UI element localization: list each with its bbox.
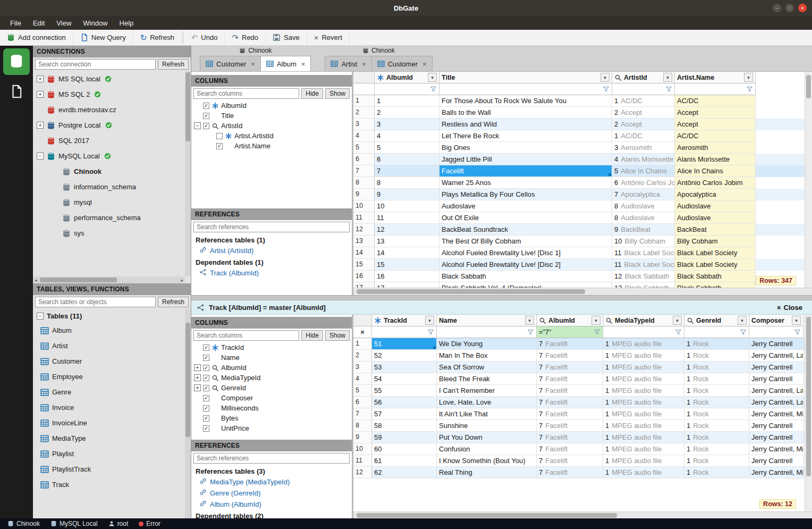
cell-artistid[interactable]: 5Alice In Chains <box>612 165 675 177</box>
close-reference-button[interactable]: × Close <box>777 304 807 312</box>
tables-group-row[interactable]: − Tables (11) <box>33 309 191 323</box>
tables-search-input[interactable] <box>35 297 156 307</box>
cell-trackid[interactable]: 58 <box>372 420 437 432</box>
column-item[interactable]: Title <box>191 111 352 121</box>
column-header-name[interactable]: Name ▾ <box>437 315 537 326</box>
column-item[interactable]: + GenreId <box>191 383 352 393</box>
tab-album[interactable]: Album × <box>261 56 311 71</box>
table-row[interactable]: 7 7 Facelift 5Alice In Chains Alice In C… <box>353 165 812 177</box>
tree-expander[interactable]: − <box>194 122 201 129</box>
table-item[interactable]: Employee <box>33 369 191 384</box>
cell-albumid[interactable]: 4 <box>375 130 439 142</box>
chevron-down-icon[interactable]: ▾ <box>600 73 610 82</box>
cell-mediatypeid[interactable]: 1MPEG audio file <box>603 420 684 432</box>
redo-button[interactable]: ↷ Redo <box>225 30 266 45</box>
cell-name[interactable]: Confusion <box>437 443 537 455</box>
cell-artistname[interactable]: Black Label Society <box>675 247 756 259</box>
files-widget-button[interactable] <box>10 85 23 100</box>
row-number[interactable]: 14 <box>353 247 375 259</box>
cell-title[interactable]: Audioslave <box>439 200 612 212</box>
filter-icon[interactable] <box>665 86 672 93</box>
cell-mediatypeid[interactable]: 1MPEG audio file <box>603 362 684 373</box>
cell-mediatypeid[interactable]: 1MPEG audio file <box>603 373 684 385</box>
table-item[interactable]: Album <box>33 323 191 338</box>
cell-artistid[interactable]: 9BackBeat <box>612 224 675 236</box>
columns-search-input[interactable] <box>193 330 299 341</box>
cell-albumid[interactable]: 5 <box>375 142 439 154</box>
cell-trackid[interactable]: 56 <box>372 397 437 408</box>
row-number[interactable]: 10 <box>353 443 372 455</box>
column-checkbox[interactable] <box>203 113 209 119</box>
cell-artistid[interactable]: 6Antônio Carlos Jobim <box>612 177 675 189</box>
row-number[interactable]: 15 <box>353 259 375 271</box>
reference-link-mediatype[interactable]: MediaType (MediaTypeId) <box>191 476 352 488</box>
cell-artistname[interactable]: Black Sabbath <box>675 282 756 288</box>
filter-icon[interactable] <box>794 329 801 335</box>
menu-edit[interactable]: Edit <box>27 18 50 29</box>
column-checkbox[interactable] <box>203 375 209 381</box>
row-number[interactable]: 16 <box>353 271 375 282</box>
cell-artistid[interactable]: 1AC/DC <box>612 95 675 107</box>
table-row[interactable]: 14 14 Alcohol Fueled Brewtality Live! [D… <box>353 247 812 259</box>
scrollbar-thumb[interactable] <box>806 317 811 476</box>
scroll-left-icon[interactable]: ◂ <box>33 278 39 283</box>
filter-icon[interactable] <box>427 329 434 335</box>
column-header-albumid[interactable]: AlbumId ▾ <box>537 315 603 326</box>
table-row[interactable]: 6 56 Love, Hate, Love 7Facelift 1MPEG au… <box>353 397 812 408</box>
cell-trackid[interactable]: 59 <box>372 432 437 443</box>
add-connection-button[interactable]: Add connection <box>0 30 73 45</box>
cell-genreid[interactable]: 1Rock <box>684 397 749 408</box>
cell-mediatypeid[interactable]: 1MPEG audio file <box>603 338 684 350</box>
cell-artistname[interactable]: Audioslave <box>675 212 756 224</box>
table-row[interactable]: 16 16 Black Sabbath 12Black Sabbath Blac… <box>353 271 812 282</box>
cell-trackid[interactable]: 61 <box>372 455 437 467</box>
column-checkbox[interactable] <box>203 385 209 391</box>
cell-genreid[interactable]: 1Rock <box>684 455 749 467</box>
cell-title[interactable]: The Best Of Billy Cobham <box>439 236 612 247</box>
table-row[interactable]: 12 62 Real Thing 7Facelift 1MPEG audio f… <box>353 467 812 478</box>
revert-button[interactable]: × Revert <box>307 30 350 45</box>
cell-artistid[interactable]: 4Alanis Morissette <box>612 154 675 165</box>
chevron-down-icon[interactable]: ▾ <box>428 73 437 82</box>
filter-composer[interactable] <box>749 326 803 338</box>
column-checkbox[interactable] <box>203 365 209 371</box>
cell-albumid[interactable]: 16 <box>375 271 439 282</box>
cell-title[interactable]: Warner 25 Anos <box>439 177 612 189</box>
table-item[interactable]: InvoiceLine <box>33 415 191 431</box>
table-row[interactable]: 1 51 We Die Young 7Facelift 1MPEG audio … <box>353 338 812 350</box>
cell-mediatypeid[interactable]: 1MPEG audio file <box>603 397 684 408</box>
tree-expander[interactable]: − <box>37 313 44 320</box>
table-row[interactable]: 8 8 Warner 25 Anos 6Antônio Carlos Jobim… <box>353 177 812 189</box>
cell-albumid[interactable]: 7Facelift <box>537 408 603 420</box>
row-number[interactable]: 9 <box>353 189 375 200</box>
cell-genreid[interactable]: 1Rock <box>684 362 749 373</box>
cell-composer[interactable]: Jerry Cantrell, Michael Starr <box>749 443 803 455</box>
cell-genreid[interactable]: 1Rock <box>684 432 749 443</box>
cell-albumid[interactable]: 7Facelift <box>537 350 603 362</box>
cell-genreid[interactable]: 1Rock <box>684 385 749 397</box>
tables-vscroll[interactable] <box>185 309 191 518</box>
cell-albumid[interactable]: 7 <box>375 165 439 177</box>
cell-albumid[interactable]: 7Facelift <box>537 455 603 467</box>
row-number[interactable]: 6 <box>353 154 375 165</box>
cell-composer[interactable]: Jerry Cantrell <box>749 455 803 467</box>
album-grid-hscroll[interactable] <box>353 288 812 295</box>
row-number[interactable]: 7 <box>353 408 372 420</box>
cell-artistname[interactable]: Billy Cobham <box>675 236 756 247</box>
cell-composer[interactable]: Jerry Cantrell, Michael Starr <box>749 408 803 420</box>
cell-artistid[interactable]: 12Black Sabbath <box>612 271 675 282</box>
show-button[interactable]: Show <box>325 330 350 341</box>
column-item[interactable]: Milliseconds <box>191 403 352 413</box>
scrollbar-thumb[interactable] <box>357 513 617 518</box>
cell-albumid[interactable]: 7Facelift <box>537 432 603 443</box>
table-item[interactable]: Customer <box>33 354 191 369</box>
cell-genreid[interactable]: 1Rock <box>684 443 749 455</box>
cell-albumid[interactable]: 11 <box>375 212 439 224</box>
row-number[interactable]: 11 <box>353 455 372 467</box>
table-row[interactable]: 4 54 Bleed The Freak 7Facelift 1MPEG aud… <box>353 373 812 385</box>
hide-button[interactable]: Hide <box>301 88 323 99</box>
filter-albumid[interactable]: ="7" <box>537 326 603 338</box>
cell-mediatypeid[interactable]: 1MPEG audio file <box>603 408 684 420</box>
cell-composer[interactable]: Jerry Cantrell <box>749 338 803 350</box>
row-number[interactable]: 9 <box>353 432 372 443</box>
